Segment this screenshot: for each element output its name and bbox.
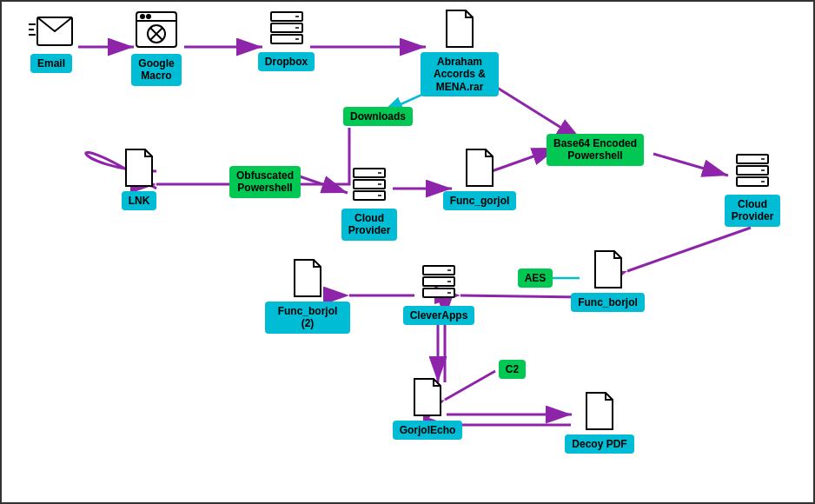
dropbox-label: Dropbox: [258, 52, 315, 71]
func-gorjol-node: Func_gorjol: [445, 148, 514, 210]
svg-point-30: [141, 15, 144, 18]
base64-ps-label: Base64 EncodedPowershell: [547, 134, 644, 166]
lnk-node: LNK: [113, 148, 165, 210]
func-borjol-node: Func_borjol: [571, 249, 645, 312]
c2-label: C2: [499, 360, 526, 379]
decoy-pdf-node: Decoy PDF: [565, 391, 634, 454]
cloud-provider2-node: CloudProvider: [721, 151, 784, 227]
cloud-provider2-label: CloudProvider: [725, 195, 781, 227]
downloads-label: Downloads: [343, 107, 413, 126]
func-borjol-label: Func_borjol: [571, 293, 645, 312]
svg-line-11: [627, 228, 751, 271]
svg-point-31: [147, 15, 150, 18]
func-borjol2-node: Func_borjol (2): [265, 258, 350, 334]
aes-badge: AES: [504, 265, 567, 288]
diagram: Email GoogleMacro Dropbox: [0, 0, 815, 504]
lnk-label: LNK: [122, 191, 157, 210]
google-macro-node: GoogleMacro: [127, 10, 186, 86]
decoy-pdf-label: Decoy PDF: [565, 434, 633, 454]
clever-apps-label: CleverApps: [403, 306, 475, 325]
gorjol-echo-node: GorjolEcho: [393, 377, 462, 440]
base64-ps-badge: Base64 EncodedPowershell: [539, 130, 652, 166]
cloud-provider1-label: CloudProvider: [341, 209, 398, 241]
c2-badge: C2: [488, 356, 536, 379]
rar-label: Abraham Accords &MENA.rar: [421, 52, 499, 96]
cloud-provider1-node: CloudProvider: [339, 165, 400, 241]
obfuscated-ps-badge: ObfuscatedPowershell: [217, 162, 313, 198]
aes-label: AES: [518, 269, 553, 288]
obfuscated-ps-label: ObfuscatedPowershell: [229, 166, 301, 198]
svg-line-13: [461, 295, 582, 297]
email-node: Email: [21, 12, 82, 73]
svg-line-10: [653, 154, 728, 176]
func-borjol2-label: Func_borjol (2): [265, 302, 350, 334]
downloads-badge: Downloads: [330, 103, 426, 126]
google-macro-label: GoogleMacro: [131, 54, 181, 86]
dropbox-node: Dropbox: [258, 9, 315, 71]
rar-file-node: Abraham Accords &MENA.rar: [421, 9, 499, 96]
email-label: Email: [30, 54, 72, 73]
clever-apps-node: CleverApps: [405, 262, 473, 325]
func-gorjol-label: Func_gorjol: [443, 191, 517, 210]
gorjol-echo-label: GorjolEcho: [393, 421, 463, 440]
